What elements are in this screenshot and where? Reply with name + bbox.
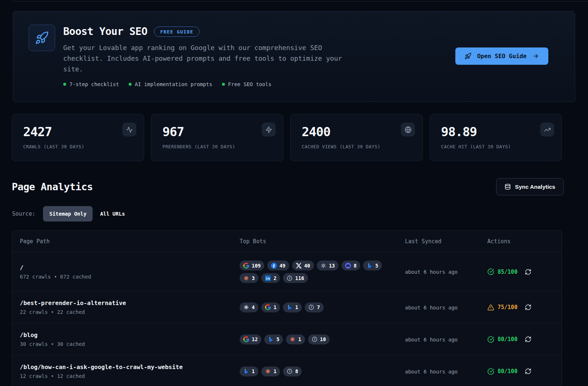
- bot-chip: 40: [292, 261, 314, 270]
- top-bots-cell: 1094940138532?116: [240, 252, 405, 291]
- bot-chip-list: 1094940138532?116: [240, 261, 398, 283]
- bot-chip: 49: [267, 261, 289, 270]
- google-bot-icon: [243, 336, 249, 342]
- stat-label: CRAWLS (LAST 30 DAYS): [23, 144, 144, 149]
- last-synced-cell: about 6 hours ago: [405, 360, 487, 383]
- refresh-icon: [525, 336, 531, 343]
- refresh-icon: [525, 368, 531, 375]
- table-row: /blog30 crawls • 30 cached1251?10about 6…: [12, 323, 562, 355]
- score-badge: 80/100: [487, 336, 517, 343]
- feature-item: AI implementation prompts: [129, 81, 212, 87]
- bot-chip: 13: [317, 261, 338, 270]
- bot-chip: 12: [240, 334, 261, 344]
- sync-analytics-label: Sync Analytics: [515, 184, 555, 190]
- score-text: 80/100: [498, 368, 517, 375]
- claude-bot-icon: [290, 336, 295, 342]
- last-synced-cell: about 6 hours ago: [405, 260, 487, 283]
- rocket-icon: [29, 25, 55, 51]
- activity-icon: [122, 123, 136, 137]
- stat-label: PRERENDERS (LAST 30 DAYS): [162, 144, 283, 149]
- bot-count: 10: [320, 336, 326, 342]
- open-seo-guide-button[interactable]: Open SEO Guide: [455, 47, 548, 65]
- refresh-button[interactable]: [525, 368, 531, 375]
- bot-chip: 5: [264, 334, 283, 344]
- seo-banner: Boost Your SEO FREE GUIDE Get your Lovab…: [13, 11, 575, 102]
- other-bot-icon: ?: [287, 275, 293, 281]
- check-circle-icon: [487, 336, 494, 343]
- refresh-icon: [525, 269, 531, 275]
- bing-bot-icon: [367, 263, 373, 269]
- last-synced: about 6 hours ago: [405, 269, 458, 275]
- page-path: /: [20, 264, 240, 271]
- bing-bot-icon: [268, 336, 274, 342]
- refresh-button[interactable]: [525, 304, 531, 311]
- refresh-button[interactable]: [525, 336, 531, 343]
- bot-count: 5: [375, 263, 378, 269]
- last-synced: about 6 hours ago: [405, 337, 458, 343]
- sync-analytics-button[interactable]: Sync Analytics: [496, 178, 564, 195]
- bot-count: 109: [252, 263, 261, 269]
- column-header-page-path: Page Path: [12, 238, 240, 245]
- stat-label: CACHED VIEWS (LAST 30 DAYS): [302, 144, 422, 149]
- banner-title: Boost Your SEO: [63, 25, 147, 38]
- page-crawl-stats: 672 crawls • 672 cached: [20, 274, 240, 280]
- bot-chip: ?8: [283, 366, 302, 376]
- source-option-label: All URLs: [100, 211, 125, 217]
- actions-cell: 85/100: [487, 260, 562, 283]
- bot-count: 13: [329, 263, 335, 269]
- warning-triangle-icon: [487, 304, 494, 311]
- top-divider: [13, 1, 588, 1]
- column-header-actions: Actions: [487, 238, 562, 245]
- table-header-row: Page PathTop BotsLast SyncedActions: [12, 231, 562, 252]
- bot-chip: 2: [261, 273, 280, 283]
- page-path-cell: /672 crawls • 672 cached: [12, 256, 240, 288]
- banner-feature-list: 7-step checklistAI implementation prompt…: [63, 81, 354, 87]
- other-bot-icon: ?: [287, 368, 293, 374]
- facebook-bot-icon: [271, 263, 277, 269]
- page-crawl-stats: 12 crawls • 12 cached: [20, 373, 240, 379]
- stat-card: 2427CRAWLS (LAST 30 DAYS): [12, 114, 144, 161]
- refresh-button[interactable]: [525, 269, 531, 275]
- bing-bot-icon: [243, 368, 249, 374]
- page-path-cell: /blog30 crawls • 30 cached: [12, 323, 240, 355]
- rocket-icon: [465, 53, 472, 60]
- bot-count: 1: [295, 304, 298, 310]
- actions-cell: 80/100: [487, 328, 562, 351]
- bot-count: 1: [298, 336, 301, 342]
- score-text: 85/100: [498, 269, 517, 275]
- trending-up-icon: [540, 123, 554, 137]
- bot-count: 40: [304, 263, 310, 269]
- bot-count: 8: [295, 368, 298, 374]
- bot-chip: 1: [261, 366, 280, 376]
- source-option-sitemap-only[interactable]: Sitemap Only: [43, 206, 93, 222]
- top-bots-cell: 11?8: [240, 358, 405, 385]
- svg-text:?: ?: [289, 276, 291, 280]
- openai-bot-icon: [320, 263, 326, 269]
- claude-bot-icon: [243, 275, 249, 281]
- svg-text:?: ?: [313, 338, 315, 341]
- score-text: 75/100: [498, 304, 517, 311]
- page-path: /best-prerender-io-alternative: [20, 300, 240, 307]
- free-guide-badge: FREE GUIDE: [154, 26, 200, 37]
- bot-chip: ?116: [283, 273, 308, 283]
- source-option-all-urls[interactable]: All URLs: [94, 206, 131, 222]
- last-synced: about 6 hours ago: [405, 305, 458, 311]
- bullet-dot-icon: [129, 83, 132, 86]
- svg-text:?: ?: [289, 370, 291, 373]
- other-bot-icon: ?: [308, 304, 314, 310]
- bot-count: 8: [354, 263, 356, 269]
- bot-chip: 1: [261, 302, 280, 312]
- bot-chip: 1: [240, 366, 258, 376]
- stat-card: 98.89CACHE HIT (LAST 30 DAYS): [430, 114, 562, 161]
- check-circle-icon: [487, 268, 494, 275]
- bot-count: 116: [295, 275, 304, 281]
- bot-chip: 1: [286, 334, 305, 344]
- bot-count: 12: [252, 336, 258, 342]
- bot-chip: 8: [341, 261, 360, 270]
- column-header-last-synced: Last Synced: [405, 238, 487, 245]
- feature-item: 7-step checklist: [63, 81, 119, 87]
- bot-count: 1: [273, 304, 276, 310]
- stat-card: 2400CACHED VIEWS (LAST 30 DAYS): [290, 114, 423, 161]
- other-bot-icon: ?: [312, 336, 318, 342]
- bullet-dot-icon: [63, 83, 66, 86]
